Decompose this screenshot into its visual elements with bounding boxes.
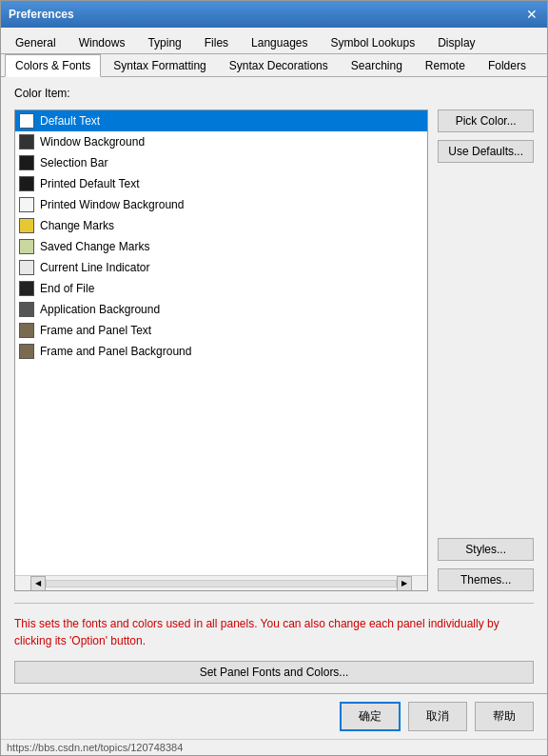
color-swatch <box>19 218 34 233</box>
tab-searching[interactable]: Searching <box>341 54 413 76</box>
scroll-right-btn[interactable]: ▶ <box>397 576 412 591</box>
tab-languages[interactable]: Languages <box>241 31 318 53</box>
list-item[interactable]: Selection Bar <box>15 152 427 173</box>
close-button[interactable]: ✕ <box>524 7 539 22</box>
color-swatch <box>19 344 34 359</box>
list-item[interactable]: Default Text <box>15 110 427 131</box>
second-tab-bar: Colors & Fonts Syntax Formatting Syntax … <box>1 54 547 77</box>
tab-typing[interactable]: Typing <box>137 31 191 53</box>
list-item[interactable]: End of File <box>15 278 427 299</box>
color-item-label-text: Selection Bar <box>40 156 108 169</box>
help-button[interactable]: 帮助 <box>475 702 534 731</box>
color-item-label: Color Item: <box>14 87 534 100</box>
tab-windows[interactable]: Windows <box>68 31 136 53</box>
top-tab-bar: General Windows Typing Files Languages S… <box>1 28 547 54</box>
window-title: Preferences <box>9 8 74 21</box>
tab-folders[interactable]: Folders <box>478 54 537 76</box>
use-defaults-button[interactable]: Use Defaults... <box>438 140 534 163</box>
status-bar: https://bbs.csdn.net/topics/120748384 <box>1 739 547 755</box>
color-item-label-text: Window Background <box>40 135 145 149</box>
list-item[interactable]: Printed Window Background <box>15 194 427 215</box>
action-buttons: Pick Color... Use Defaults... Styles... … <box>438 109 534 591</box>
title-bar: Preferences ✕ <box>1 1 547 28</box>
content-area: Color Item: Default TextWindow Backgroun… <box>1 77 547 693</box>
footer: 确定 取消 帮助 <box>1 693 547 739</box>
tab-display[interactable]: Display <box>427 31 485 53</box>
tab-remote[interactable]: Remote <box>415 54 476 76</box>
list-item[interactable]: Change Marks <box>15 215 427 236</box>
color-swatch <box>19 113 34 129</box>
info-text: This sets the fonts and colors used in a… <box>14 615 534 649</box>
preferences-window: Preferences ✕ General Windows Typing Fil… <box>0 0 548 756</box>
tab-files[interactable]: Files <box>194 31 239 53</box>
color-item-label-text: Application Background <box>40 303 160 316</box>
color-swatch <box>19 302 34 317</box>
list-item[interactable]: Saved Change Marks <box>15 236 427 257</box>
tab-colors-fonts[interactable]: Colors & Fonts <box>5 54 101 77</box>
scrollbar-track[interactable] <box>46 580 397 587</box>
color-item-label-text: Saved Change Marks <box>40 240 149 253</box>
tab-syntax-formatting[interactable]: Syntax Formatting <box>103 54 216 76</box>
color-swatch <box>19 197 34 212</box>
color-item-label-text: Printed Window Background <box>40 198 184 211</box>
set-panel-fonts-button[interactable]: Set Panel Fonts and Colors... <box>14 661 534 684</box>
color-item-label-text: Current Line Indicator <box>40 261 149 274</box>
list-item[interactable]: Current Line Indicator <box>15 257 427 278</box>
themes-button[interactable]: Themes... <box>438 568 534 591</box>
styles-button[interactable]: Styles... <box>438 538 534 561</box>
main-row: Default TextWindow BackgroundSelection B… <box>14 109 534 591</box>
scroll-left-btn[interactable]: ◀ <box>30 576 46 591</box>
tab-general[interactable]: General <box>5 31 67 53</box>
color-swatch <box>19 155 34 170</box>
list-item[interactable]: Frame and Panel Text <box>15 320 427 341</box>
color-swatch <box>19 239 34 254</box>
color-item-label-text: Frame and Panel Background <box>40 345 191 358</box>
color-swatch <box>19 281 34 296</box>
cancel-button[interactable]: 取消 <box>408 702 467 731</box>
color-swatch <box>19 176 34 191</box>
color-item-list[interactable]: Default TextWindow BackgroundSelection B… <box>14 109 428 591</box>
list-item[interactable]: Printed Default Text <box>15 173 427 194</box>
color-item-label-text: End of File <box>40 282 94 295</box>
list-item[interactable]: Window Background <box>15 131 427 152</box>
color-item-label-text: Default Text <box>40 114 100 128</box>
color-swatch <box>19 323 34 338</box>
list-scroll-area[interactable]: Default TextWindow BackgroundSelection B… <box>15 110 427 575</box>
color-item-label-text: Printed Default Text <box>40 177 140 190</box>
color-item-label-text: Frame and Panel Text <box>40 324 151 337</box>
horizontal-scrollbar[interactable]: ◀ ▶ <box>15 575 427 590</box>
ok-button[interactable]: 确定 <box>340 702 401 731</box>
separator <box>14 603 534 604</box>
tab-syntax-decorations[interactable]: Syntax Decorations <box>219 54 339 76</box>
tab-symbol-lookups[interactable]: Symbol Lookups <box>320 31 425 53</box>
pick-color-button[interactable]: Pick Color... <box>438 109 534 132</box>
color-item-label-text: Change Marks <box>40 219 114 232</box>
color-swatch <box>19 260 34 275</box>
color-swatch <box>19 134 34 149</box>
list-item[interactable]: Frame and Panel Background <box>15 341 427 362</box>
list-item[interactable]: Application Background <box>15 299 427 320</box>
